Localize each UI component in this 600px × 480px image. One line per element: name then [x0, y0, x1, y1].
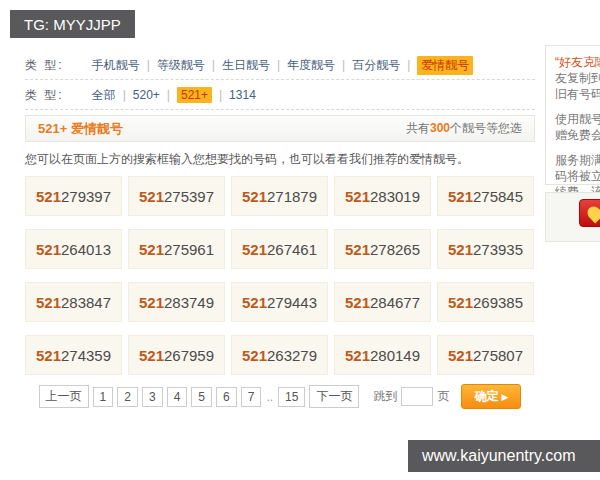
number-suffix: 283847	[61, 294, 111, 311]
separator: |	[277, 58, 280, 72]
number-suffix: 267461	[267, 241, 317, 258]
next-page-button[interactable]: 下一页	[309, 385, 359, 408]
jump-to-label: 跳到	[373, 388, 397, 405]
number-suffix: 279397	[61, 188, 111, 205]
number-suffix: 275961	[164, 241, 214, 258]
number-prefix: 521	[345, 241, 370, 258]
separator: |	[212, 58, 215, 72]
info-text: 服务期满或主	[555, 152, 600, 168]
number-prefix: 521	[242, 294, 267, 311]
page-3[interactable]: 3	[142, 387, 163, 407]
filter-love-numbers-active[interactable]: 爱情靓号	[417, 56, 473, 75]
number-prefix: 521	[139, 347, 164, 364]
number-suffix: 279443	[267, 294, 317, 311]
number-item[interactable]: 521263279	[231, 335, 328, 375]
jump-page-input[interactable]	[401, 387, 433, 406]
number-prefix: 521	[139, 241, 164, 258]
site-url-banner: www.kaiyunentry.com	[408, 440, 600, 472]
number-item[interactable]: 521283749	[128, 282, 225, 322]
filter-level-numbers[interactable]: 等级靓号	[157, 57, 205, 74]
page-15[interactable]: 15	[278, 387, 305, 407]
number-prefix: 521	[345, 188, 370, 205]
filter-521-active[interactable]: 521+	[177, 87, 212, 103]
filter-label: 类 型:	[25, 87, 64, 104]
number-suffix: 274359	[61, 347, 111, 364]
filter-birthday-numbers[interactable]: 生日靓号	[222, 57, 270, 74]
number-suffix: 283749	[164, 294, 214, 311]
separator: |	[167, 88, 170, 102]
number-item[interactable]: 521273935	[437, 229, 534, 269]
page-4[interactable]: 4	[167, 387, 188, 407]
number-item[interactable]: 521280149	[334, 335, 431, 375]
filter-520[interactable]: 520+	[133, 88, 160, 102]
number-suffix: 264013	[61, 241, 111, 258]
count-prefix: 共有	[406, 121, 430, 135]
number-item[interactable]: 521264013	[25, 229, 122, 269]
number-item[interactable]: 521267461	[231, 229, 328, 269]
number-suffix: 275397	[164, 188, 214, 205]
filter-row-category: 类 型: 手机靓号 | 等级靓号 | 生日靓号 | 年度靓号 | 百分靓号 | …	[25, 55, 535, 75]
number-item[interactable]: 521267959	[128, 335, 225, 375]
separator: |	[219, 88, 222, 102]
filter-label: 类 型:	[25, 57, 64, 74]
number-item[interactable]: 521279397	[25, 176, 122, 216]
number-item[interactable]: 521274359	[25, 335, 122, 375]
separator: |	[342, 58, 345, 72]
filter-percent-numbers[interactable]: 百分靓号	[352, 57, 400, 74]
number-item[interactable]: 521283847	[25, 282, 122, 322]
prev-page-button[interactable]: 上一页	[39, 385, 89, 408]
number-suffix: 269385	[473, 294, 523, 311]
listing-header: 521+ 爱情靓号 共有300个靓号等您选	[25, 115, 535, 142]
count-suffix: 个靓号等您选	[450, 121, 522, 135]
number-item[interactable]: 521283019	[334, 176, 431, 216]
info-text: 旧有号码的好	[555, 86, 600, 102]
number-prefix: 521	[36, 347, 61, 364]
number-item[interactable]: 521271879	[231, 176, 328, 216]
page-7[interactable]: 7	[241, 387, 262, 407]
service-info-box: “好友克隆”功 友复制到新号 旧有号码的好 使用靓号服务 赠免费会员服 服务期满…	[545, 45, 600, 185]
number-item[interactable]: 521275807	[437, 335, 534, 375]
friend-clone-highlight: “好友克隆”	[555, 55, 600, 69]
number-prefix: 521	[36, 188, 61, 205]
number-item[interactable]: 521279443	[231, 282, 328, 322]
number-item[interactable]: 521284677	[334, 282, 431, 322]
number-suffix: 275845	[473, 188, 523, 205]
number-prefix: 521	[448, 241, 473, 258]
number-prefix: 521	[345, 347, 370, 364]
number-suffix: 283019	[370, 188, 420, 205]
right-sidebar: “好友克隆”功 友复制到新号 旧有号码的好 使用靓号服务 赠免费会员服 服务期满…	[545, 45, 600, 242]
separator: |	[407, 58, 410, 72]
page-6[interactable]: 6	[216, 387, 237, 407]
pagination-ellipsis: ..	[265, 390, 274, 404]
info-text: 赠免费会员服	[555, 127, 600, 143]
page-5[interactable]: 5	[191, 387, 212, 407]
filter-mobile-numbers[interactable]: 手机靓号	[92, 57, 140, 74]
confirm-button[interactable]: 确定▶	[461, 384, 521, 409]
pagination: 上一页 1 2 3 4 5 6 7 .. 15 下一页 跳到 页 确定▶	[25, 384, 535, 409]
number-suffix: 263279	[267, 347, 317, 364]
filter-year-numbers[interactable]: 年度靓号	[287, 57, 335, 74]
number-prefix: 521	[36, 241, 61, 258]
number-prefix: 521	[448, 188, 473, 205]
main-content: 类 型: 手机靓号 | 等级靓号 | 生日靓号 | 年度靓号 | 百分靓号 | …	[25, 55, 535, 409]
number-item[interactable]: 521275397	[128, 176, 225, 216]
number-prefix: 521	[448, 347, 473, 364]
number-item[interactable]: 521275845	[437, 176, 534, 216]
page-2[interactable]: 2	[117, 387, 138, 407]
count-value: 300	[430, 121, 450, 135]
number-suffix: 273935	[473, 241, 523, 258]
number-item[interactable]: 521278265	[334, 229, 431, 269]
number-prefix: 521	[448, 294, 473, 311]
number-item[interactable]: 521275961	[128, 229, 225, 269]
page-1[interactable]: 1	[93, 387, 114, 407]
number-suffix: 284677	[370, 294, 420, 311]
divider	[25, 109, 535, 110]
number-prefix: 521	[36, 294, 61, 311]
filter-all[interactable]: 全部	[92, 87, 116, 104]
filter-1314[interactable]: 1314	[229, 88, 256, 102]
number-item[interactable]: 521269385	[437, 282, 534, 322]
qq-recharge-button[interactable]	[579, 199, 600, 227]
number-prefix: 521	[345, 294, 370, 311]
number-prefix: 521	[139, 294, 164, 311]
total-count-text: 共有300个靓号等您选	[406, 120, 522, 137]
